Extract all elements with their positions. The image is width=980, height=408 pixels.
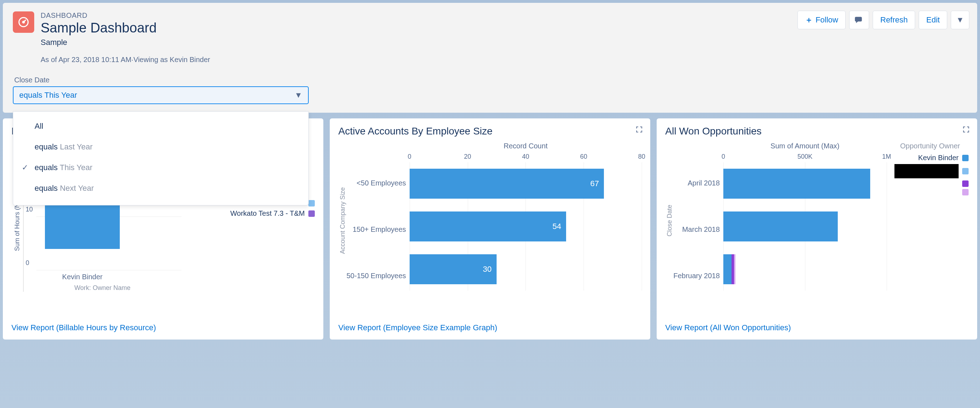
collaborate-button[interactable] xyxy=(849,11,869,29)
chart-category: 150+ Employees xyxy=(347,212,406,247)
svg-point-1 xyxy=(23,21,25,23)
chart-bar-segment xyxy=(732,254,734,284)
card-won-opportunities: All Won Opportunities Close Date April 2… xyxy=(657,118,977,339)
page-meta: As of Apr 23, 2018 10:11 AM·Viewing as K… xyxy=(41,56,966,64)
filter-label: Close Date xyxy=(14,76,966,84)
ytick-10: 10 xyxy=(25,206,33,213)
xtick: 1M xyxy=(882,153,891,161)
caret-down-icon: ▼ xyxy=(956,15,964,25)
edit-label: Edit xyxy=(926,15,940,25)
chart-category: February 2018 xyxy=(673,258,720,293)
follow-button[interactable]: ＋ Follow xyxy=(797,11,846,29)
xtick: 500K xyxy=(797,153,813,161)
chart-bar-segment xyxy=(723,254,732,284)
xtick: 40 xyxy=(522,153,529,161)
legend-swatch xyxy=(309,200,315,207)
legend-label: Kevin Binder xyxy=(918,154,959,162)
chart-category: April 2018 xyxy=(673,165,720,201)
dropdown-item[interactable]: All xyxy=(13,116,309,137)
chart-xlabel: Sum of Amount (Max) xyxy=(723,142,886,150)
expand-icon xyxy=(962,126,970,133)
chart-category: Kevin Binder xyxy=(45,273,120,281)
legend-swatch xyxy=(962,180,969,187)
card-title: Active Accounts By Employee Size xyxy=(338,126,642,137)
expand-button[interactable] xyxy=(635,126,643,135)
dropdown-item[interactable]: equals Next Year xyxy=(13,178,309,199)
chart-ylabel: Close Date xyxy=(665,142,673,299)
chat-icon xyxy=(854,16,864,24)
ytick-0: 0 xyxy=(25,259,29,267)
dashboard-header: DASHBOARD Sample Dashboard Sample As of … xyxy=(3,3,977,113)
legend-swatch xyxy=(309,210,315,217)
legend-item xyxy=(892,189,969,196)
legend-swatch xyxy=(962,155,969,161)
dropdown-item[interactable]: ✓equals This Year xyxy=(13,157,309,178)
more-actions-button[interactable]: ▼ xyxy=(951,11,969,29)
chart-category: 50-150 Employees xyxy=(347,258,406,293)
close-date-filter[interactable]: equals This Year ▼ xyxy=(13,86,309,104)
chart-bar: 54 xyxy=(410,212,566,241)
dropdown-item[interactable]: equals Last Year xyxy=(13,137,309,157)
xtick: 0 xyxy=(408,153,411,161)
won-legend: Kevin Binder xyxy=(892,154,969,196)
chart-category: March 2018 xyxy=(673,212,720,247)
follow-label: Follow xyxy=(816,15,838,25)
filter-value-prefix: equals xyxy=(19,91,45,99)
won-chart: Sum of Amount (Max) 0500K1M xyxy=(723,142,886,299)
expand-icon xyxy=(635,126,643,133)
chart-ylabel: Account Company Size xyxy=(338,142,347,299)
xtick: 80 xyxy=(638,153,645,161)
edit-button[interactable]: Edit xyxy=(919,11,947,29)
filter-value-suffix: This Year xyxy=(45,91,77,99)
legend-item xyxy=(892,180,969,187)
accounts-chart: Record Count 020406080 675430 xyxy=(410,142,642,299)
legend-label xyxy=(894,164,959,178)
refresh-button[interactable]: Refresh xyxy=(873,11,915,29)
caret-down-icon: ▼ xyxy=(294,91,302,100)
chart-category: <50 Employees xyxy=(347,165,406,201)
legend-swatch xyxy=(962,189,969,196)
dashboard-icon xyxy=(13,11,34,33)
expand-button[interactable] xyxy=(962,126,970,135)
legend-item: Kevin Binder xyxy=(892,154,969,162)
plus-icon: ＋ xyxy=(805,14,813,26)
view-report-link[interactable]: View Report (Employee Size Example Graph… xyxy=(338,314,642,332)
chart-bar: 67 xyxy=(410,169,604,199)
legend-item xyxy=(892,164,969,178)
chart-bar: 30 xyxy=(410,254,496,284)
check-icon: ✓ xyxy=(22,163,28,172)
refresh-label: Refresh xyxy=(880,15,908,25)
close-date-dropdown: Allequals Last Year✓equals This Yearequa… xyxy=(13,111,309,206)
view-report-link[interactable]: View Report (Billable Hours by Resource) xyxy=(11,314,315,332)
card-title: All Won Opportunities xyxy=(665,126,969,137)
chart-xlabel: Record Count xyxy=(410,142,642,150)
legend-title: Opportunity Owner xyxy=(892,142,969,150)
chart-bar-segment xyxy=(734,254,736,284)
legend-item: Workato Test 7.3 - T&M xyxy=(181,209,315,218)
xtick: 60 xyxy=(580,153,587,161)
card-active-accounts: Active Accounts By Employee Size Account… xyxy=(330,118,650,339)
view-report-link[interactable]: View Report (All Won Opportunities) xyxy=(665,314,969,332)
page-subtitle: Sample xyxy=(41,38,966,47)
xtick: 0 xyxy=(722,153,725,161)
xtick: 20 xyxy=(464,153,471,161)
chart-bar-segment xyxy=(723,212,838,241)
chart-bar-segment xyxy=(723,169,870,199)
legend-label: Workato Test 7.3 - T&M xyxy=(230,209,305,218)
legend-swatch xyxy=(962,168,969,174)
header-actions: ＋ Follow Refresh Edit ▼ xyxy=(797,11,969,29)
chart-xlabel: Work: Owner Name xyxy=(24,284,181,292)
